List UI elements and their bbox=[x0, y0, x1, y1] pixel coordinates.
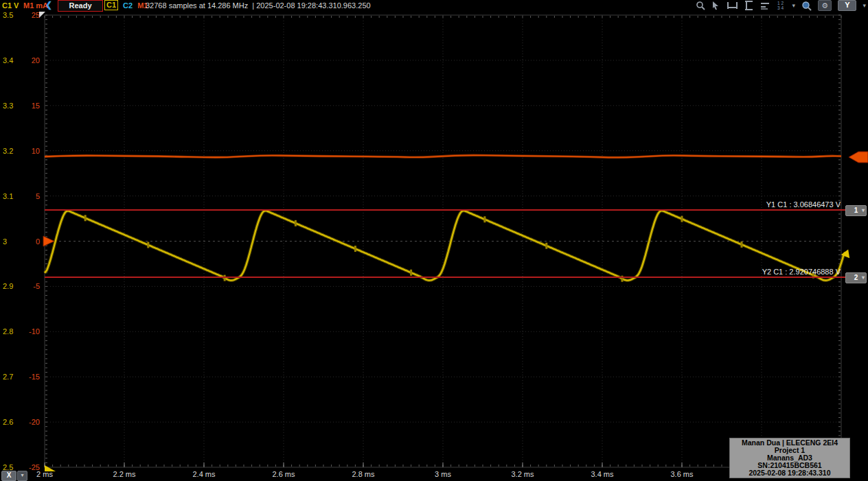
y1-cursor-label: Y1 C1 : 3.06846473 V bbox=[766, 200, 841, 209]
fit-height-icon[interactable] bbox=[744, 1, 754, 10]
m1-tick-label: -10 bbox=[21, 327, 40, 336]
y-axis-dropdown-icon[interactable]: ▾ bbox=[863, 1, 866, 10]
y1-cursor-handle[interactable]: 1 ▾ bbox=[845, 205, 867, 216]
chevron-down-icon[interactable]: ▾ bbox=[792, 1, 796, 10]
c1-tick-label: 3.3 bbox=[3, 102, 13, 110]
sample-info: 32768 samples at 14.286 MHz bbox=[146, 1, 248, 10]
m1-tick-label: 15 bbox=[21, 102, 40, 110]
c1-trace-glow bbox=[45, 211, 845, 281]
scope-plot bbox=[0, 0, 868, 481]
svg-text:3 4: 3 4 bbox=[777, 5, 784, 10]
c1-noise-tick bbox=[354, 246, 356, 252]
channels-1234-icon[interactable]: 1 23 4 bbox=[777, 1, 786, 10]
collapse-left-icon[interactable]: ❮ bbox=[45, 0, 52, 10]
m1-tick-label: -20 bbox=[21, 418, 40, 426]
y1-handle-number: 1 bbox=[854, 207, 858, 214]
measure-icon[interactable] bbox=[760, 1, 770, 10]
chevron-down-icon[interactable]: ▾ bbox=[862, 273, 865, 282]
time-tick-label: 2.6 ms bbox=[272, 470, 295, 478]
y-axis-button[interactable]: Y bbox=[838, 0, 856, 11]
x-axis-control: X ▾ bbox=[1, 471, 27, 481]
svg-text:1 2: 1 2 bbox=[777, 1, 784, 5]
zoom-icon[interactable] bbox=[696, 1, 705, 10]
c1-tick-label: 3.5 bbox=[3, 11, 13, 19]
c1-tick-label: 2.7 bbox=[3, 373, 13, 381]
c1-tick-label: 2.6 bbox=[3, 418, 13, 426]
zoom-x-icon[interactable] bbox=[801, 1, 812, 11]
time-tick-label: 2.2 ms bbox=[113, 470, 135, 478]
time-tick-label: 2 ms bbox=[36, 470, 53, 478]
c1-noise-tick bbox=[147, 242, 149, 248]
m1-zero-marker[interactable] bbox=[43, 236, 54, 246]
c1-tick-label: 3 bbox=[3, 237, 7, 246]
separator: | bbox=[252, 1, 254, 10]
m1-tick-label: 5 bbox=[21, 192, 40, 200]
status-badge: Ready bbox=[58, 0, 103, 12]
y2-handle-number: 2 bbox=[854, 274, 858, 281]
m1-axis-unit-label: M1 mA bbox=[23, 1, 48, 10]
c1-axis-unit-label: C1 V bbox=[2, 1, 19, 10]
fit-width-icon[interactable] bbox=[727, 1, 738, 10]
x-axis-dropdown-icon[interactable]: ▾ bbox=[17, 471, 27, 481]
gear-icon[interactable]: ⚙ bbox=[818, 0, 832, 11]
c1-noise-tick bbox=[295, 220, 297, 226]
y2-cursor-label: Y2 C1 : 2.920746888 V bbox=[762, 268, 841, 276]
channel-toggle-c2[interactable]: C2 bbox=[123, 1, 133, 10]
c1-tick-label: 2.9 bbox=[3, 282, 13, 290]
c1-noise-tick bbox=[741, 242, 743, 248]
time-tick-label: 2.4 ms bbox=[192, 470, 215, 478]
time-tick-label: 3.2 ms bbox=[511, 470, 534, 478]
c1-tick-label: 3.1 bbox=[3, 192, 13, 200]
c1-noise-tick bbox=[410, 270, 412, 276]
c1-tick-label: 2.8 bbox=[3, 327, 13, 336]
m1-position-marker[interactable] bbox=[849, 152, 868, 163]
timestamp: 2025-02-08 19:28:43.310.963.250 bbox=[256, 1, 370, 10]
c1-noise-tick bbox=[681, 216, 683, 222]
annotation-line: Manan Dua | ELECENG 2EI4 Project 1 bbox=[731, 439, 848, 454]
waveforms-scope-window: C1 V M1 mA ❮ Ready C1C2M1 32768 samples … bbox=[0, 0, 868, 481]
capture-info: 32768 samples at 14.286 MHz | 2025-02-08… bbox=[146, 1, 371, 10]
c1-noise-tick bbox=[84, 215, 87, 221]
m1-tick-label: 10 bbox=[21, 147, 40, 155]
channel-toggle-c1[interactable]: C1 bbox=[104, 0, 118, 10]
m1-tick-label: -15 bbox=[21, 373, 40, 381]
c1-tick-label: 3.4 bbox=[3, 56, 13, 64]
time-tick-label: 2.8 ms bbox=[352, 470, 374, 478]
toolbar-icons: 1 23 4 ▾ ⚙ Y ▾ bbox=[696, 0, 866, 11]
chevron-down-icon[interactable]: ▾ bbox=[862, 206, 865, 215]
annotation-box: Manan Dua | ELECENG 2EI4 Project 1Manans… bbox=[729, 438, 850, 478]
m1-tick-label: 20 bbox=[21, 56, 40, 64]
annotation-line: 2025-02-08 19:28:43.310 bbox=[731, 469, 848, 477]
time-tick-label: 3.4 ms bbox=[591, 470, 613, 478]
c1-noise-tick bbox=[545, 243, 547, 249]
x-axis-button[interactable]: X bbox=[1, 471, 16, 481]
time-tick-label: 3 ms bbox=[435, 470, 451, 478]
m1-tick-label: -5 bbox=[21, 282, 40, 290]
c1-tick-label: 3.2 bbox=[3, 147, 13, 155]
channel-indicators: C1C2M1 bbox=[104, 1, 148, 10]
c1-noise-tick bbox=[483, 216, 486, 222]
m1-tick-label: 0 bbox=[21, 237, 40, 246]
y2-cursor-handle[interactable]: 2 ▾ bbox=[845, 272, 867, 283]
m1-tick-label: 25 bbox=[21, 11, 40, 19]
c1-noise-tick bbox=[224, 275, 226, 281]
pointer-icon[interactable] bbox=[711, 1, 721, 10]
toolbar: C1 V M1 mA ❮ Ready C1C2M1 32768 samples … bbox=[0, 0, 868, 12]
time-tick-label: 3.6 ms bbox=[670, 470, 693, 478]
c1-trace bbox=[45, 211, 845, 281]
